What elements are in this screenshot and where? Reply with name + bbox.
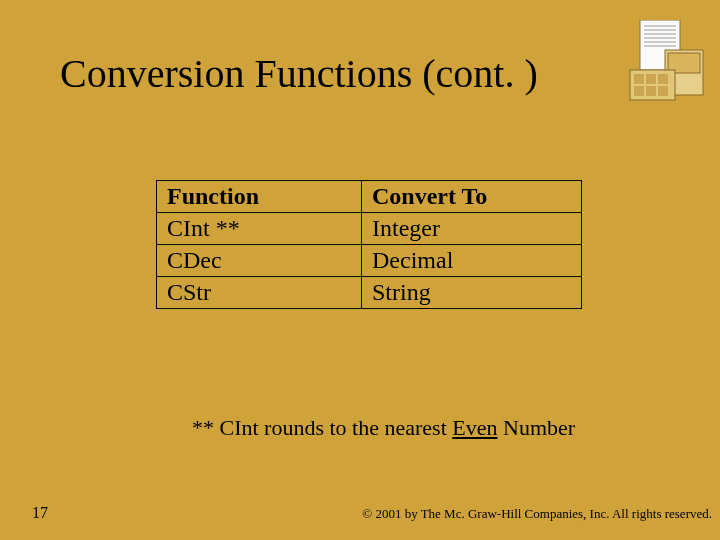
svg-rect-15 [658,86,668,96]
table-row: CInt ** Integer [157,213,582,245]
cell-function: CStr [157,277,362,309]
cell-convert-to: String [362,277,582,309]
cell-function: CDec [157,245,362,277]
header-convert-to: Convert To [362,181,582,213]
svg-rect-14 [646,86,656,96]
svg-rect-12 [658,74,668,84]
table-header-row: Function Convert To [157,181,582,213]
slide-title: Conversion Functions (cont. ) [60,50,538,97]
table-row: CDec Decimal [157,245,582,277]
conversion-table: Function Convert To CInt ** Integer CDec… [156,180,582,309]
footnote-suffix: Number [498,415,576,440]
computer-icon [610,20,710,110]
header-function: Function [157,181,362,213]
svg-rect-10 [634,74,644,84]
page-number: 17 [32,504,48,522]
table-row: CStr String [157,277,582,309]
cell-function: CInt ** [157,213,362,245]
svg-rect-13 [634,86,644,96]
footnote-underlined: Even [452,415,497,440]
slide: Conversion Functions (cont. ) Function C… [0,0,720,540]
footnote-prefix: ** CInt rounds to the nearest [192,415,452,440]
cell-convert-to: Decimal [362,245,582,277]
corner-decoration [610,20,710,110]
svg-rect-11 [646,74,656,84]
cell-convert-to: Integer [362,213,582,245]
copyright: © 2001 by The Mc. Graw-Hill Companies, I… [362,506,712,522]
footnote: ** CInt rounds to the nearest Even Numbe… [192,415,575,441]
